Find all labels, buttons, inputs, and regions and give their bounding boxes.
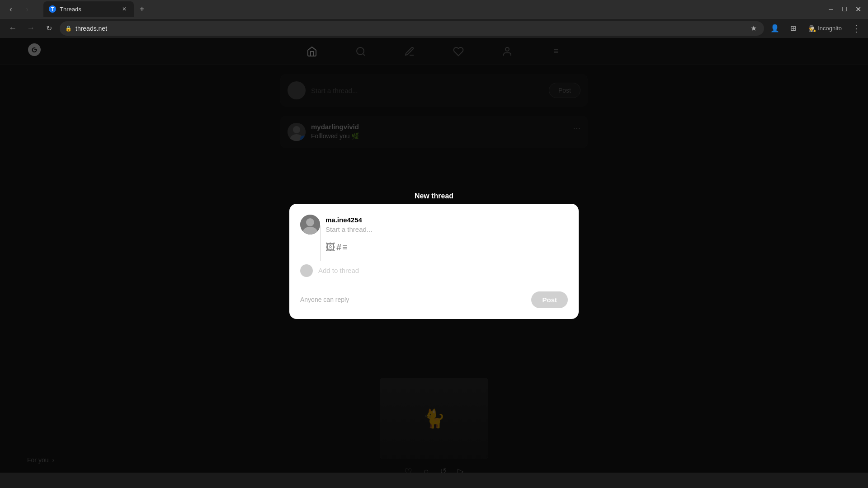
modal-user-avatar	[300, 215, 320, 235]
add-thread-text[interactable]: Add to thread	[318, 267, 359, 274]
reply-setting-label[interactable]: Anyone can reply	[300, 296, 349, 303]
new-tab-button[interactable]: +	[136, 3, 148, 15]
refresh-button[interactable]: ↻	[42, 21, 56, 36]
page-content: ≡ Start a thread... Post	[0, 38, 868, 473]
forward-button: ›	[20, 2, 34, 16]
browser-chrome: ‹ › T Threads ✕ + – □ ✕ ← → ↻ 🔒 threads.…	[0, 0, 868, 38]
modal-user-info: ma.ine4254 Start a thread...	[326, 215, 372, 235]
active-tab[interactable]: T Threads ✕	[43, 1, 134, 17]
tools-row: 🖼 # ≡	[326, 242, 568, 261]
new-thread-modal: ma.ine4254 Start a thread... 🖼 # ≡ Add t…	[289, 204, 579, 319]
tab-close-button[interactable]: ✕	[120, 5, 128, 13]
close-window-button[interactable]: ✕	[852, 3, 864, 15]
modal-footer: Anyone can reply Post	[300, 288, 568, 308]
incognito-label: 🕵 Incognito	[804, 22, 846, 35]
modal-overlay: New thread ma.ine4254 Start a thread...	[0, 38, 868, 473]
modal-title-text: New thread	[415, 192, 453, 200]
hashtag-button[interactable]: #	[336, 242, 341, 253]
profile-icon-button[interactable]: 👤	[768, 21, 782, 36]
post-button[interactable]: Post	[531, 291, 568, 308]
bookmark-button[interactable]: ★	[749, 22, 759, 34]
tab-bar: T Threads ✕ +	[40, 1, 152, 17]
url-text: threads.net	[75, 25, 745, 32]
address-bar[interactable]: 🔒 threads.net ★	[60, 21, 764, 36]
lock-icon: 🔒	[65, 25, 72, 32]
toolbar-right: 👤 ⊞ 🕵 Incognito ⋮	[768, 21, 863, 36]
maximize-button[interactable]: □	[838, 3, 851, 15]
list-button[interactable]: ≡	[342, 242, 348, 253]
back-nav-button[interactable]: ←	[5, 21, 20, 36]
svg-point-7	[306, 218, 314, 226]
modal-thread-input[interactable]: Start a thread...	[326, 225, 372, 233]
thread-line	[320, 225, 321, 261]
modal-header: ma.ine4254 Start a thread...	[300, 215, 568, 235]
back-button[interactable]: ‹	[4, 2, 18, 16]
title-bar: ‹ › T Threads ✕ + – □ ✕	[0, 0, 868, 18]
tab-favicon: T	[49, 5, 56, 13]
minimize-button[interactable]: –	[825, 3, 837, 15]
browser-toolbar: ← → ↻ 🔒 threads.net ★ 👤 ⊞ 🕵 Incognito ⋮	[0, 18, 868, 38]
extensions-button[interactable]: ⊞	[786, 21, 800, 36]
forward-nav-button: →	[24, 21, 38, 36]
image-attach-button[interactable]: 🖼	[326, 242, 335, 253]
tab-title: Threads	[60, 6, 117, 13]
browser-menu-button[interactable]: ⋮	[850, 21, 863, 36]
small-avatar	[300, 264, 313, 277]
add-to-thread-row[interactable]: Add to thread	[300, 264, 568, 277]
modal-username: ma.ine4254	[326, 216, 372, 224]
